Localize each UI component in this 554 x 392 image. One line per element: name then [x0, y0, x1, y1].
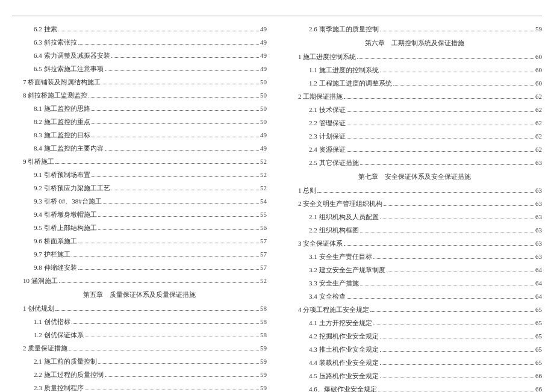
- toc-row: 3 安全保证体系63: [287, 237, 542, 250]
- toc-page-number: 65: [535, 329, 542, 343]
- toc-leader-dots: [357, 58, 534, 59]
- toc-row: 1.2 创优保证体系58: [12, 328, 267, 341]
- toc-label: 2 工期保证措施: [298, 90, 343, 103]
- toc-label: 6.5 斜拉索施工注意事项: [34, 62, 104, 75]
- toc-row: 2.2 管理保证62: [287, 116, 542, 129]
- toc-row: 9.3 引桥 0#、38#台施工54: [12, 194, 267, 208]
- toc-page-number: 57: [260, 261, 267, 274]
- toc-leader-dots: [347, 151, 535, 152]
- toc-row: 9.8 伸缩缝安装57: [12, 261, 267, 274]
- toc-leader-dots: [393, 85, 535, 86]
- toc-page-number: 52: [260, 168, 267, 181]
- toc-leader-dots: [89, 97, 259, 98]
- toc-page-number: 65: [535, 356, 542, 369]
- toc-leader-dots: [58, 31, 260, 31]
- toc-page-number: 57: [260, 247, 267, 261]
- toc-page-number: 63: [535, 223, 542, 237]
- toc-page-number: 62: [535, 129, 542, 143]
- toc-label: 2.2 组织机构框图: [309, 223, 359, 237]
- toc-row: 4 分项工程施工安全规定65: [287, 303, 542, 316]
- toc-label: 1 创优规划: [23, 302, 54, 315]
- toc-leader-dots: [72, 256, 260, 257]
- toc-leader-dots: [360, 232, 535, 232]
- toc-label: 9.5 引桥上部结构施工: [34, 221, 97, 234]
- toc-leader-dots: [92, 176, 260, 177]
- toc-label: 4 分项工程施工安全规定: [298, 303, 369, 316]
- toc-row: 8.4 施工监控的主要内容49: [12, 142, 267, 155]
- toc-row: 2.6 雨季施工的质量控制59: [287, 22, 542, 36]
- toc-row: 3.1 安全生产责任目标63: [287, 250, 542, 263]
- toc-row: 9.6 桥面系施工57: [12, 234, 267, 247]
- toc-row: 2 安全文明生产管理组织机构63: [287, 197, 542, 210]
- toc-leader-dots: [380, 351, 535, 352]
- toc-leader-dots: [360, 285, 535, 285]
- toc-row: 2.1 技术保证62: [287, 103, 542, 116]
- toc-label: 6.4 索力调整及减振器安装: [34, 49, 110, 62]
- toc-label: 8.2 施工监控的重点: [34, 115, 90, 128]
- toc-leader-dots: [347, 298, 535, 299]
- chapter-heading: 第六章 工期控制系统及保证措施: [287, 36, 542, 50]
- toc-page-number: 60: [535, 50, 542, 63]
- toc-label: 4.6、爆破作业安全规定: [309, 382, 377, 392]
- toc-leader-dots: [98, 363, 260, 364]
- toc-row: 2.1 施工前的质量控制59: [12, 355, 267, 368]
- toc-leader-dots: [55, 163, 259, 164]
- toc-page-number: 59: [260, 341, 267, 355]
- toc-leader-dots: [98, 216, 260, 217]
- toc-page-number: 63: [535, 156, 542, 169]
- toc-leader-dots: [78, 269, 260, 270]
- toc-label: 9.4 引桥墩身墩帽施工: [34, 208, 97, 221]
- toc-row: 8 斜拉桥施工监测监控50: [12, 89, 267, 102]
- toc-row: 1.2 工程施工进度的调整系统60: [287, 76, 542, 90]
- chapter-heading: 第七章 安全保证体系及安全保证措施: [287, 169, 542, 184]
- toc-label: 2.5 其它保证措施: [309, 156, 359, 169]
- toc-row: 2.3 计划保证62: [287, 129, 542, 143]
- toc-label: 2.1 技术保证: [309, 103, 346, 116]
- toc-label: 9.7 护栏施工: [34, 247, 70, 261]
- toc-label: 7 桥面铺装及附属结构施工: [23, 75, 101, 89]
- toc-label: 2.2 管理保证: [309, 116, 346, 129]
- toc-row: 9 引桥施工52: [12, 155, 267, 168]
- toc-leader-dots: [59, 282, 259, 283]
- toc-page-number: 62: [535, 143, 542, 156]
- toc-label: 9.6 桥面系施工: [34, 234, 77, 247]
- toc-leader-dots: [360, 164, 535, 165]
- toc-page-number: 66: [535, 382, 542, 392]
- toc-row: 2 质量保证措施59: [12, 341, 267, 355]
- toc-page-number: 60: [535, 63, 542, 76]
- toc-page-number: 50: [260, 102, 267, 115]
- toc-leader-dots: [370, 311, 534, 312]
- toc-row: 9.4 引桥墩身墩帽施工55: [12, 208, 267, 221]
- toc-label: 2.3 计划保证: [309, 129, 346, 143]
- toc-page-number: 49: [260, 62, 267, 75]
- toc-column-right: 2.6 雨季施工的质量控制59第六章 工期控制系统及保证措施1 施工进度控制系统…: [287, 22, 542, 392]
- toc-page-number: 49: [260, 128, 267, 142]
- toc-label: 9.2 引桥预应力梁施工工艺: [34, 181, 110, 194]
- toc-label: 2.1 施工前的质量控制: [34, 355, 97, 368]
- toc-label: 3.3 安全生产措施: [309, 276, 359, 290]
- toc-label: 1 施工进度控制系统: [298, 50, 356, 63]
- toc-page-number: 52: [260, 274, 267, 287]
- toc-page-number: 63: [535, 237, 542, 250]
- toc-row: 1.1 创优指标58: [12, 315, 267, 328]
- toc-page-number: 65: [535, 343, 542, 356]
- toc-label: 8.3 施工监控的目标: [34, 128, 90, 142]
- toc-leader-dots: [105, 150, 260, 151]
- toc-row: 9.2 引桥预应力梁施工工艺52: [12, 181, 267, 194]
- toc-row: 4.1 土方开挖安全规定65: [287, 316, 542, 329]
- toc-row: 2.4 资源保证62: [287, 143, 542, 156]
- toc-label: 1.2 创优保证体系: [34, 328, 84, 341]
- toc-page-number: 59: [260, 381, 267, 392]
- toc-label: 4.4 装载机作业安全规定: [309, 356, 379, 369]
- toc-page-number: 62: [535, 90, 542, 103]
- toc-row: 1 施工进度控制系统60: [287, 50, 542, 63]
- toc-row: 9.5 引桥上部结构施工56: [12, 221, 267, 234]
- toc-page-number: 49: [260, 36, 267, 49]
- toc-leader-dots: [103, 203, 259, 204]
- toc-row: 2 工期保证措施62: [287, 90, 542, 103]
- toc-row: 2.5 其它保证措施63: [287, 156, 542, 169]
- toc-leader-dots: [85, 337, 260, 337]
- toc-leader-dots: [92, 123, 260, 124]
- toc-leader-dots: [92, 137, 260, 137]
- toc-row: 6.5 斜拉索施工注意事项49: [12, 62, 267, 75]
